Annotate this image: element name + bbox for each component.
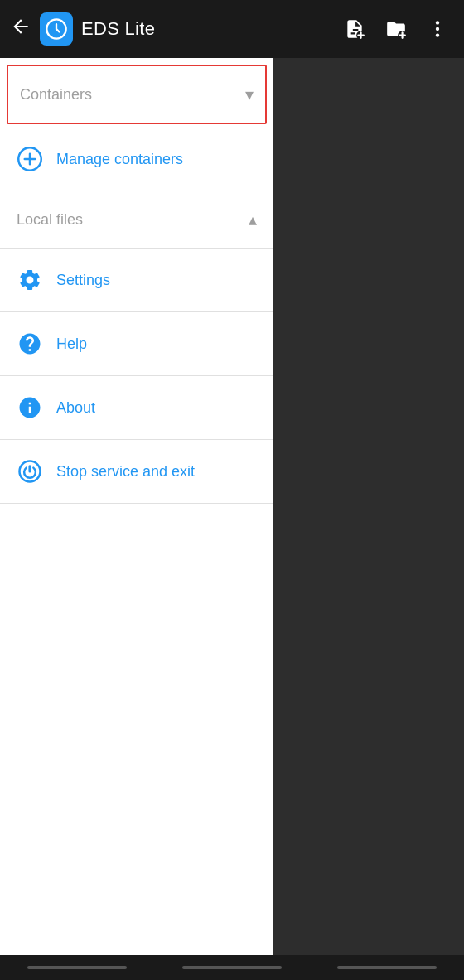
plus-circle-icon (17, 146, 43, 172)
chevron-down-icon: ▾ (245, 84, 254, 104)
stop-service-item[interactable]: Stop service and exit (0, 440, 273, 504)
app-bar-left: EDS Lite (10, 12, 338, 46)
containers-label: Containers (20, 86, 92, 104)
settings-item[interactable]: Settings (0, 249, 273, 312)
app-title: EDS Lite (81, 18, 155, 40)
help-item[interactable]: Help (0, 312, 273, 376)
svg-point-4 (436, 27, 439, 31)
about-item[interactable]: About (0, 376, 273, 440)
containers-section: Containers ▾ (7, 65, 267, 124)
settings-label: Settings (56, 272, 110, 289)
stop-service-label: Stop service and exit (56, 463, 195, 480)
bottom-indicator-center (182, 966, 282, 969)
main-layout: Containers ▾ Manage containers Local fil… (0, 58, 464, 980)
local-files-label: Local files (17, 211, 83, 229)
more-options-button[interactable] (421, 12, 454, 46)
chevron-up-icon: ▴ (249, 210, 257, 229)
content-area (273, 58, 464, 980)
manage-containers-item[interactable]: Manage containers (0, 128, 273, 191)
containers-dropdown[interactable]: Containers ▾ (8, 66, 265, 123)
app-icon (40, 12, 73, 46)
sidebar: Containers ▾ Manage containers Local fil… (0, 58, 273, 980)
bottom-bar (0, 955, 464, 980)
app-bar-actions (338, 12, 454, 46)
bottom-indicator-left (27, 966, 127, 969)
gear-icon (17, 267, 43, 293)
new-folder-button[interactable] (379, 12, 413, 46)
svg-point-5 (436, 33, 439, 36)
about-label: About (56, 399, 95, 417)
manage-containers-label: Manage containers (56, 151, 183, 168)
help-label: Help (56, 336, 87, 353)
info-circle-icon (17, 394, 43, 421)
back-button[interactable] (10, 16, 31, 42)
bottom-indicator-right (337, 966, 437, 969)
question-circle-icon (17, 331, 43, 357)
app-bar: EDS Lite (0, 0, 464, 58)
svg-point-3 (436, 21, 439, 24)
local-files-section[interactable]: Local files ▴ (0, 191, 273, 249)
new-file-button[interactable] (338, 12, 371, 46)
power-icon (17, 458, 43, 485)
